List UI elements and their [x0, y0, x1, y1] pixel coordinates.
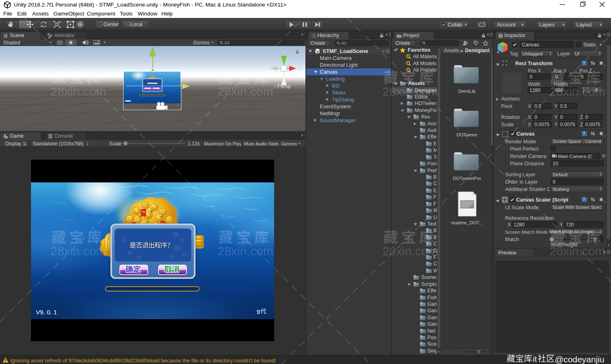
svg-text:?: ?: [583, 132, 585, 136]
svg-text:y: y: [283, 50, 285, 54]
svg-text:x: x: [298, 66, 301, 72]
svg-text:?: ?: [583, 197, 585, 202]
svg-text:?: ?: [583, 61, 585, 66]
